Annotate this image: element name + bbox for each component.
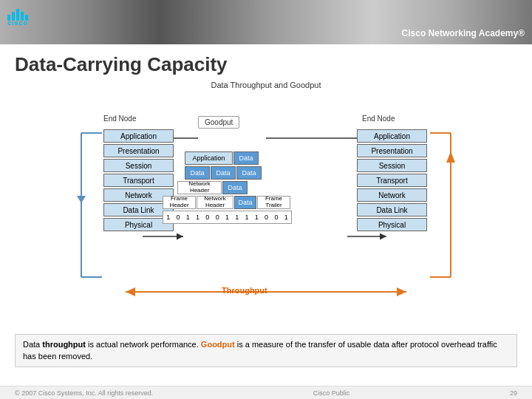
mid-data-box-2: Data (185, 166, 210, 180)
mid-data-box-1: Data (233, 151, 259, 165)
mid-data-box-6: Data (234, 196, 256, 209)
footer-copyright: © 2007 Cisco Systems, Inc. All rights re… (15, 389, 153, 397)
content-area: Data Throughput and Goodput (15, 81, 517, 369)
mid-data-box-5: Data (222, 181, 248, 194)
right-session-layer: Session (357, 159, 427, 172)
header: cisco Cisco Networking Academy® (0, 0, 532, 44)
svg-marker-22 (397, 287, 406, 296)
goodput-label: Goodput (205, 118, 233, 126)
footer: © 2007 Cisco Systems, Inc. All rights re… (0, 386, 532, 399)
slide-area: Data-Carrying Capacity Data Throughput a… (0, 44, 532, 399)
right-end-node-label: End Node (362, 115, 395, 123)
mid-application-box: Application (185, 151, 233, 165)
left-transport-layer: Transport (103, 174, 174, 187)
info-box: Data throughput is actual network perfor… (15, 334, 517, 367)
throughput-label: Throughput (222, 286, 267, 295)
left-session-layer: Session (103, 159, 174, 172)
mid-data-box-4: Data (236, 166, 262, 180)
info-text-1: Data (23, 340, 42, 349)
svg-marker-9 (77, 196, 86, 203)
mid-network-header-box-2: NetworkHeader (197, 196, 233, 209)
info-throughput: throughput (42, 340, 86, 349)
footer-classification: Cisco Public (313, 389, 350, 397)
right-presentation-layer: Presentation (357, 144, 427, 157)
footer-page: 29 (510, 389, 517, 397)
diagram: End Node End Node Goodput Application Pr… (15, 92, 517, 307)
svg-marker-13 (446, 151, 455, 163)
binary-row: 1011001111001 (163, 211, 292, 224)
right-datalink-layer: Data Link (357, 203, 427, 216)
mid-data-box-3: Data (211, 166, 236, 180)
mid-frame-trailer-box: FrameTrailer (257, 196, 290, 209)
mid-network-header-box: NetworkHeader (177, 181, 222, 194)
cisco-logo-icon: cisco (7, 6, 48, 27)
mid-frame-header-box: FrameHeader (163, 196, 196, 209)
right-transport-layer: Transport (357, 174, 427, 187)
info-goodput: Goodput (201, 340, 235, 349)
right-application-layer: Application (357, 129, 427, 143)
right-network-layer: Network (357, 188, 427, 202)
academy-brand-label: Cisco Networking Academy® (402, 28, 525, 38)
svg-marker-21 (126, 287, 135, 296)
goodput-bubble: Goodput (198, 116, 239, 129)
left-application-layer: Application (103, 129, 174, 143)
slide-title: Data-Carrying Capacity (15, 53, 517, 76)
diagram-subtitle: Data Throughput and Goodput (15, 81, 517, 89)
info-text-2: is actual network performance. (86, 340, 201, 349)
svg-text:cisco: cisco (7, 19, 28, 27)
right-physical-layer: Physical (357, 218, 427, 231)
left-end-node-label: End Node (103, 115, 136, 123)
left-presentation-layer: Presentation (103, 144, 174, 157)
